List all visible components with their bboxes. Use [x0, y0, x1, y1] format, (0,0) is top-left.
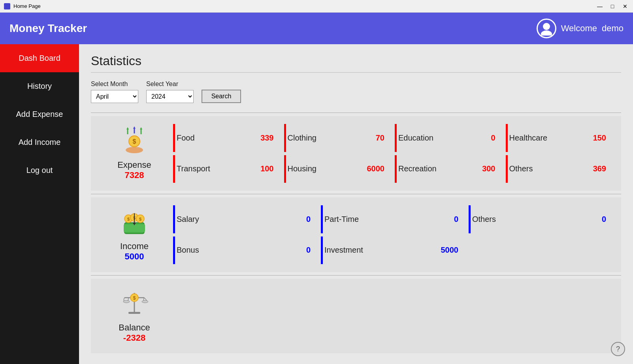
sidebar-item-add-expense[interactable]: Add Expense [0, 100, 79, 128]
category-parttime: Part-Time 0 [321, 205, 462, 233]
balance-summary: $ Balance -2328 [99, 285, 170, 347]
category-recreation-name: Recreation [398, 164, 482, 173]
svg-point-25 [142, 300, 148, 303]
svg-text:$: $ [139, 217, 141, 221]
category-investment-value: 5000 [441, 246, 459, 255]
income-value: 5000 [125, 251, 144, 262]
category-others-income-name: Others [472, 215, 602, 224]
category-salary-name: Salary [177, 215, 306, 224]
username-text: demo [602, 23, 624, 34]
svg-text:$: $ [133, 295, 136, 301]
help-button[interactable]: ? [611, 342, 625, 356]
category-clothing-name: Clothing [288, 133, 376, 143]
svg-marker-6 [126, 127, 129, 129]
category-education-name: Education [398, 133, 491, 143]
category-housing: Housing 6000 [284, 155, 389, 183]
category-healthcare-value: 150 [593, 133, 606, 143]
app-header: Money Tracker Welcome demo [0, 13, 633, 44]
balance-section: $ Balance -2328 [91, 279, 621, 353]
income-row: $ $ $ Income 5000 [99, 204, 613, 266]
month-label: Select Month [91, 81, 138, 88]
sidebar-item-dashboard[interactable]: Dash Board [0, 44, 79, 72]
expense-section: $ Expense 7328 [91, 116, 621, 191]
category-bonus: Bonus 0 [173, 236, 315, 265]
main-layout: Dash Board History Add Expense Add Incom… [0, 44, 633, 364]
sidebar: Dash Board History Add Expense Add Incom… [0, 44, 79, 364]
balance-icon: $ [121, 289, 148, 321]
category-education: Education 0 [395, 124, 499, 152]
category-food-value: 339 [260, 133, 273, 143]
category-recreation: Recreation 300 [395, 155, 499, 183]
svg-rect-22 [128, 312, 140, 314]
window-controls: — □ ✕ [596, 2, 629, 10]
expense-categories: Food 339 Clothing 70 Education 0 Healthc… [170, 122, 613, 184]
category-housing-value: 6000 [367, 164, 385, 173]
category-bonus-value: 0 [306, 246, 311, 255]
content-area: Statistics Select Month January February… [79, 44, 633, 364]
balance-value: -2328 [123, 333, 145, 343]
expense-icon: $ [121, 126, 148, 158]
category-others-expense: Others 369 [506, 155, 610, 183]
category-parttime-name: Part-Time [324, 215, 454, 224]
category-healthcare-name: Healthcare [509, 133, 593, 143]
month-filter-group: Select Month January February March Apri… [91, 81, 138, 103]
app-icon [4, 3, 10, 9]
category-clothing-value: 70 [376, 133, 384, 143]
year-select[interactable]: 2022 2023 2024 2025 [146, 90, 194, 103]
maximize-button[interactable]: □ [609, 2, 616, 10]
category-transport-value: 100 [260, 164, 273, 173]
search-button[interactable]: Search [202, 90, 241, 103]
category-investment: Investment 5000 [321, 236, 462, 265]
expense-summary: $ Expense 7328 [99, 122, 170, 184]
category-transport: Transport 100 [173, 155, 278, 183]
svg-marker-8 [133, 126, 136, 129]
sidebar-item-history[interactable]: History [0, 72, 79, 100]
sidebar-item-logout[interactable]: Log out [0, 156, 79, 184]
svg-point-0 [543, 23, 550, 30]
category-housing-name: Housing [288, 164, 367, 173]
svg-point-2 [126, 147, 143, 153]
category-salary: Salary 0 [173, 205, 315, 233]
category-food-name: Food [177, 133, 260, 143]
category-investment-name: Investment [324, 246, 441, 255]
expense-value: 7328 [125, 170, 144, 180]
minimize-button[interactable]: — [596, 2, 604, 10]
svg-point-1 [541, 30, 552, 36]
svg-text:$: $ [133, 138, 136, 145]
balance-row: $ Balance -2328 [99, 285, 613, 347]
category-others-income-value: 0 [602, 215, 606, 224]
category-healthcare: Healthcare 150 [506, 124, 610, 152]
income-section: $ $ $ Income 5000 [91, 197, 621, 272]
expense-divider [91, 113, 621, 113]
category-education-value: 0 [491, 133, 495, 143]
year-filter-group: Select Year 2022 2023 2024 2025 [146, 81, 194, 103]
year-label: Select Year [146, 81, 194, 88]
income-icon: $ $ $ [121, 208, 148, 240]
title-bar: Home Page — □ ✕ [0, 0, 633, 13]
category-bonus-name: Bonus [177, 246, 306, 255]
income-categories: Salary 0 Part-Time 0 Others 0 Bonus 0 [170, 204, 613, 266]
expense-row: $ Expense 7328 [99, 122, 613, 184]
title-bar-text: Home Page [13, 3, 596, 9]
page-title: Statistics [91, 54, 621, 68]
svg-text:$: $ [127, 217, 130, 221]
income-divider [91, 194, 621, 194]
close-button[interactable]: ✕ [621, 2, 629, 10]
category-others-income: Others 0 [469, 205, 610, 233]
category-recreation-value: 300 [482, 164, 495, 173]
balance-divider [91, 275, 621, 276]
filter-row: Select Month January February March Apri… [91, 81, 621, 103]
category-salary-value: 0 [306, 215, 311, 224]
category-others-expense-name: Others [509, 164, 593, 173]
title-divider [91, 72, 621, 73]
expense-label: Expense [117, 160, 151, 170]
category-parttime-value: 0 [454, 215, 458, 224]
category-transport-name: Transport [177, 164, 260, 173]
month-select[interactable]: January February March April May June Ju… [91, 90, 138, 103]
svg-marker-10 [140, 127, 142, 129]
welcome-text: Welcome [561, 23, 597, 34]
sidebar-item-add-income[interactable]: Add Income [0, 128, 79, 156]
income-summary: $ $ $ Income 5000 [99, 204, 170, 266]
balance-label: Balance [119, 323, 150, 333]
category-others-expense-value: 369 [593, 164, 606, 173]
